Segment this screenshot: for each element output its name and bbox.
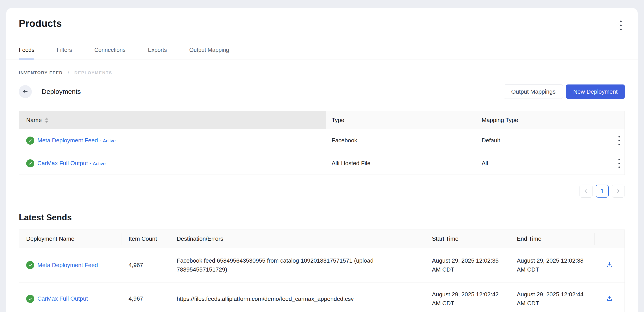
mapping-type-cell: Default	[475, 137, 614, 144]
back-button[interactable]	[19, 85, 32, 98]
kebab-menu-icon	[618, 136, 620, 145]
page-1-button[interactable]: 1	[596, 185, 608, 198]
mapping-type-cell: All	[475, 160, 614, 167]
page-menu-button[interactable]	[617, 18, 625, 32]
item-count-cell: 4,967	[122, 262, 171, 269]
column-header-name-label: Name	[26, 117, 42, 124]
check-circle-icon	[26, 159, 34, 167]
type-cell: Alli Hosted File	[326, 160, 475, 167]
chevron-right-icon	[616, 189, 621, 193]
deployments-table-header: Name Type Mapping Type	[19, 111, 624, 129]
check-circle-icon	[26, 295, 34, 303]
latest-sends-table: Deployment Name Item Count Destination/E…	[19, 230, 625, 312]
type-cell: Facebook	[326, 137, 475, 144]
breadcrumb: INVENTORY FEED / DEPLOYMENTS	[19, 70, 625, 76]
products-card: Products Feeds Filters Connections Expor…	[6, 8, 638, 312]
row-actions-cell	[614, 134, 624, 148]
status-badge: Active	[93, 161, 106, 166]
kebab-menu-icon	[618, 159, 620, 168]
column-label: Deployment Name	[26, 235, 74, 242]
breadcrumb-parent[interactable]: INVENTORY FEED	[19, 70, 63, 75]
next-page-button[interactable]	[612, 185, 625, 198]
download-button[interactable]	[604, 259, 616, 272]
deployment-name-cell: CarMax Full Output	[19, 295, 122, 303]
column-header-destination-errors: Destination/Errors	[171, 230, 425, 248]
latest-sends-heading: Latest Sends	[19, 213, 625, 222]
end-time-cell: August 29, 2025 12:02:38 AM CDT	[510, 256, 594, 274]
new-deployment-button[interactable]: New Deployment	[566, 84, 625, 99]
column-label: End Time	[517, 235, 542, 242]
deployment-name-cell: CarMax Full Output -Active	[19, 159, 326, 167]
check-circle-icon	[26, 137, 34, 145]
item-count-cell: 4,967	[122, 295, 171, 302]
column-label: Destination/Errors	[177, 235, 223, 242]
deployment-link[interactable]: Meta Deployment Feed	[38, 262, 98, 269]
column-header-type-label: Type	[332, 117, 344, 124]
tab-connections[interactable]: Connections	[94, 47, 126, 59]
row-menu-button[interactable]	[616, 134, 622, 148]
tab-feeds[interactable]: Feeds	[19, 47, 34, 59]
download-icon	[606, 262, 613, 268]
column-header-start-time: Start Time	[425, 230, 510, 248]
row-actions-cell	[594, 259, 624, 272]
row-actions-cell	[594, 292, 624, 305]
download-icon	[606, 295, 613, 302]
breadcrumb-separator: /	[68, 70, 70, 76]
column-label: Item Count	[128, 235, 157, 242]
row-actions-cell	[614, 156, 624, 170]
deployment-name-cell: Meta Deployment Feed	[19, 261, 122, 269]
column-header-name[interactable]: Name	[19, 111, 326, 129]
column-header-type: Type	[326, 111, 475, 129]
row-menu-button[interactable]	[616, 156, 622, 170]
latest-sends-header: Deployment Name Item Count Destination/E…	[19, 230, 624, 248]
tab-bar: Feeds Filters Connections Exports Output…	[6, 47, 638, 59]
start-time-cell: August 29, 2025 12:02:42 AM CDT	[425, 290, 510, 308]
deployment-link[interactable]: CarMax Full Output -	[38, 160, 91, 166]
deployments-heading: Deployments	[42, 88, 81, 95]
download-button[interactable]	[604, 292, 616, 305]
start-time-cell: August 29, 2025 12:02:35 AM CDT	[425, 256, 510, 274]
page-header: Products	[19, 17, 625, 32]
table-row: CarMax Full Output -Active Alli Hosted F…	[19, 152, 624, 174]
breadcrumb-current: DEPLOYMENTS	[74, 70, 112, 75]
column-header-mapping-type-label: Mapping Type	[482, 117, 518, 124]
chevron-left-icon	[584, 189, 588, 193]
column-header-actions	[614, 111, 624, 129]
kebab-menu-icon	[620, 20, 622, 30]
deployment-name-cell: Meta Deployment Feed -Active	[19, 137, 326, 145]
destination-cell: https://files.feeds.alliplatform.com/dem…	[171, 294, 425, 303]
tab-output-mapping[interactable]: Output Mapping	[189, 47, 229, 59]
arrow-left-icon	[22, 88, 29, 95]
tab-filters[interactable]: Filters	[57, 47, 72, 59]
table-row: CarMax Full Output 4,967 https://files.f…	[19, 282, 624, 312]
column-header-end-time: End Time	[510, 230, 594, 248]
column-header-deployment-name: Deployment Name	[19, 230, 122, 248]
pagination: 1	[19, 185, 625, 198]
table-row: Meta Deployment Feed 4,967 Facebook feed…	[19, 248, 624, 282]
deployments-table: Name Type Mapping Type Meta Deployment F…	[19, 111, 625, 175]
page-title: Products	[19, 17, 62, 29]
deployment-link[interactable]: Meta Deployment Feed -	[38, 137, 102, 144]
deployment-link[interactable]: CarMax Full Output	[38, 295, 88, 302]
output-mappings-button[interactable]: Output Mappings	[504, 84, 563, 99]
column-header-mapping-type: Mapping Type	[475, 111, 614, 129]
table-row: Meta Deployment Feed -Active Facebook De…	[19, 129, 624, 152]
column-label: Start Time	[432, 235, 458, 242]
sort-carets-icon	[45, 118, 48, 123]
end-time-cell: August 29, 2025 12:02:44 AM CDT	[510, 290, 594, 308]
check-circle-icon	[26, 261, 34, 269]
status-badge: Active	[103, 138, 116, 143]
destination-cell: Facebook feed 658495643530955 from catal…	[171, 256, 425, 274]
prev-page-button[interactable]	[580, 185, 592, 198]
deployments-toolbar: Deployments Output Mappings New Deployme…	[19, 84, 625, 99]
column-header-actions	[594, 230, 624, 248]
tab-exports[interactable]: Exports	[148, 47, 167, 59]
column-header-item-count: Item Count	[122, 230, 171, 248]
